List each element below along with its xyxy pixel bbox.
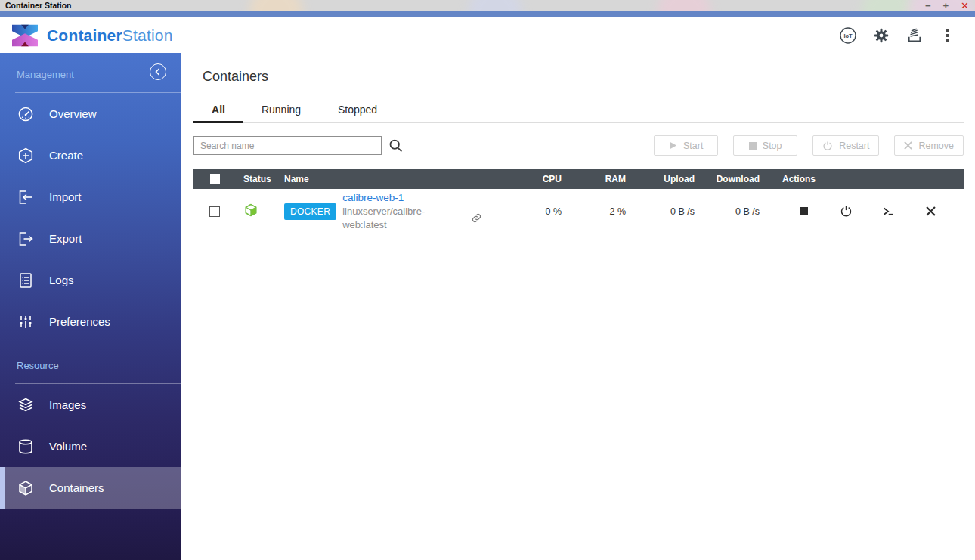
column-header-name: Name [284,174,482,184]
column-header-cpu: CPU [482,174,562,184]
events-icon[interactable] [905,26,924,45]
logs-document-icon [17,271,35,289]
remove-button[interactable]: Remove [894,135,964,156]
main-panel: Containers All Running Stopped Start [181,53,975,560]
cpu-value: 0 % [482,206,562,217]
stop-button-label: Stop [763,141,782,151]
column-header-actions: Actions [760,174,964,184]
container-name-link[interactable]: calibre-web-1 [342,191,404,205]
row-checkbox[interactable] [209,206,220,217]
sidebar-item-label: Containers [49,481,104,494]
containers-table: Status Name CPU RAM Upload Download Acti… [193,169,964,234]
row-restart-power-icon[interactable] [834,200,857,223]
tab-running[interactable]: Running [243,97,319,122]
background-blob [469,0,522,11]
kebab-menu-icon[interactable] [939,26,957,45]
tab-all[interactable]: All [193,97,243,122]
background-blob [249,0,302,11]
sidebar-item-logs[interactable]: Logs [0,259,181,301]
table-header: Status Name CPU RAM Upload Download Acti… [193,169,964,189]
tab-stopped[interactable]: Stopped [319,97,396,122]
gear-icon[interactable] [872,26,890,45]
sidebar-section-resource: Resource [17,360,59,371]
search-icon[interactable] [385,136,405,156]
window-title: Container Station [5,1,72,10]
sidebar-item-images[interactable]: Images [0,384,181,425]
svg-text:IoT: IoT [843,32,853,39]
remove-button-label: Remove [918,141,954,151]
background-blob [658,0,710,11]
close-button[interactable]: ✕ [961,0,969,11]
start-button[interactable]: Start [654,135,718,156]
sidebar-item-label: Images [49,398,86,411]
toolbar: Start Stop Restart [193,135,964,156]
restart-button[interactable]: Restart [812,135,879,156]
sidebar-item-create[interactable]: Create [0,135,181,176]
sidebar-item-overview[interactable]: Overview [0,93,181,135]
sliders-icon [17,313,35,331]
gauge-icon [17,105,35,123]
play-icon [669,141,677,150]
sidebar-item-volume[interactable]: Volume [0,425,181,467]
stop-button[interactable]: Stop [733,135,797,156]
tab-bar: All Running Stopped [193,97,964,123]
sidebar-collapse-button[interactable] [150,63,166,80]
app-title-bold: Container [47,26,122,44]
power-icon [822,141,833,151]
import-icon [17,188,35,206]
create-hexagon-plus-icon [17,147,35,165]
maximize-button[interactable]: + [943,0,949,11]
container-station-window: Container Station − + ✕ [0,0,975,560]
sidebar-item-containers[interactable]: Containers [0,467,181,509]
sidebar-item-export[interactable]: Export [0,218,181,259]
sidebar-item-label: Volume [49,440,87,453]
sidebar-item-label: Export [49,232,82,245]
export-icon [17,230,35,248]
status-running-icon [243,203,258,220]
page-title: Containers [203,69,964,85]
sidebar-item-label: Preferences [49,315,110,328]
sidebar-item-import[interactable]: Import [0,176,181,218]
row-stop-icon[interactable] [792,200,815,223]
app-header: ContainerStation IoT [0,17,975,53]
brand: ContainerStation [12,24,173,47]
row-terminal-icon[interactable] [877,200,899,223]
titlebar: Container Station − + ✕ [0,0,975,11]
search-input[interactable] [193,136,382,155]
download-value: 0 B /s [695,206,760,217]
table-row: DOCKER calibre-web-1 linuxserver/calibre… [193,189,964,234]
x-icon [904,141,912,150]
column-header-download: Download [695,174,760,184]
sidebar-item-label: Import [49,190,82,203]
column-header-status: Status [236,174,284,184]
iot-icon[interactable]: IoT [839,26,857,45]
cylinder-icon [17,438,35,456]
ram-value: 2 % [562,206,626,217]
restart-button-label: Restart [839,141,869,151]
sidebar-section-management: Management [17,69,74,80]
column-header-upload: Upload [626,174,695,184]
row-remove-icon[interactable] [919,200,942,223]
sidebar-item-label: Create [49,149,83,162]
accent-strip [0,11,975,17]
container-image: linuxserver/calibre-web:latest [342,205,468,231]
sidebar: Management Overview [0,53,181,560]
docker-badge: DOCKER [284,203,336,220]
stop-icon [749,142,757,150]
external-link-icon[interactable] [471,212,482,224]
sidebar-item-label: Logs [49,274,74,286]
container-station-logo [12,24,38,47]
cube-icon [17,479,35,497]
app-title-light: Station [122,26,173,44]
minimize-button[interactable]: − [925,0,931,11]
select-all-checkbox[interactable] [210,174,220,184]
app-title: ContainerStation [47,26,173,45]
sidebar-item-label: Overview [49,107,97,120]
sidebar-item-preferences[interactable]: Preferences [0,301,181,342]
column-header-ram: RAM [562,174,626,184]
layers-icon [17,396,35,414]
start-button-label: Start [683,141,703,151]
upload-value: 0 B /s [626,206,695,217]
